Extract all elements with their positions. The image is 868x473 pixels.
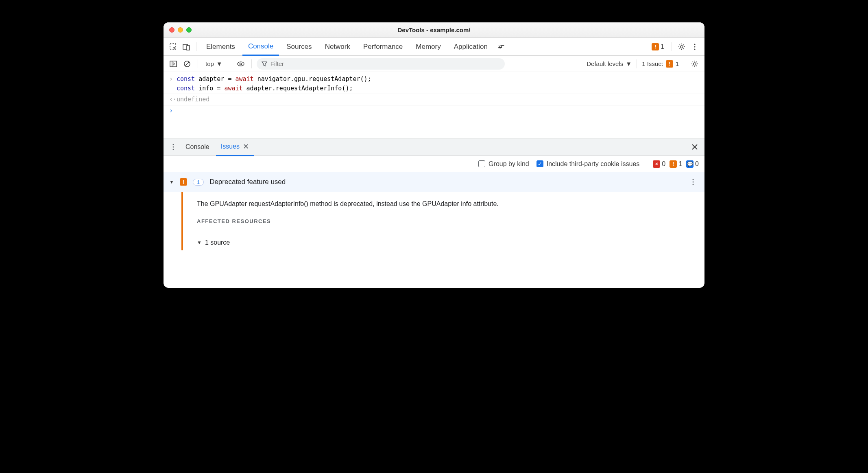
svg-line-11 [185,62,189,66]
top-issue-count: 1 [661,43,664,50]
live-expression-icon[interactable] [235,58,246,70]
info-badge-icon: 💬 [686,160,694,168]
top-issues-indicator[interactable]: ! 1 [652,43,664,50]
svg-point-15 [173,144,174,145]
console-code: const adapter = await navigator.gpu.requ… [177,74,371,93]
zoom-window-button[interactable] [186,27,192,33]
inspect-element-icon[interactable] [168,41,179,53]
devtools-window: DevTools - example.com/ Elements Console… [164,22,704,288]
tab-elements[interactable]: Elements [201,38,241,56]
svg-point-16 [173,147,174,148]
svg-point-13 [240,63,242,65]
chevron-down-icon: ▼ [626,60,632,67]
divider [672,42,672,51]
log-levels-selector[interactable]: Default levels ▼ [587,60,632,67]
issues-link[interactable]: 1 Issue: ! 1 [642,60,679,68]
console-input-row[interactable]: › const adapter = await navigator.gpu.re… [164,74,704,94]
triangle-down-icon[interactable]: ▼ [169,179,174,185]
console-settings-icon[interactable] [689,58,700,70]
source-count: 1 source [205,239,230,246]
levels-label: Default levels [587,60,623,67]
drawer-tab-console[interactable]: Console [181,138,214,156]
clear-console-icon[interactable] [181,58,193,70]
tab-network[interactable]: Network [319,38,356,56]
issue-count: 1 [676,60,679,67]
issue-message: The GPUAdapter requestAdapterInfo() meth… [197,200,499,208]
console-toolbar: top ▼ Default levels ▼ 1 Issue: ! 1 [164,56,704,72]
more-tabs-icon[interactable]: » [496,41,507,53]
divider [198,59,198,68]
issue-body: The GPUAdapter requestAdapterInfo() meth… [164,192,704,250]
divider [637,59,637,68]
error-count-value: 0 [662,160,665,168]
svg-rect-0 [170,44,176,49]
tab-performance[interactable]: Performance [358,38,408,56]
issue-category-row[interactable]: ▼ ! 1 Deprecated feature used [164,172,704,192]
svg-point-4 [680,46,683,48]
issue-count-pill: 1 [193,179,204,186]
close-drawer-icon[interactable] [689,141,700,153]
issue-counts: × 0 ! 1 💬 0 [647,160,699,168]
drawer-tab-issues[interactable]: Issues ✕ [216,138,254,156]
info-count-value: 0 [695,160,699,168]
tab-memory[interactable]: Memory [410,38,446,56]
console-messages: › const adapter = await navigator.gpu.re… [164,72,704,138]
main-tabstrip: Elements Console Sources Network Perform… [164,38,704,56]
divider [251,59,252,68]
affected-source-row[interactable]: ▼ 1 source [197,239,499,246]
issue-kebab-icon[interactable] [687,176,699,188]
console-prompt[interactable]: › [164,105,704,116]
close-tab-icon[interactable]: ✕ [243,142,249,151]
filter-icon [262,61,267,67]
triangle-right-icon[interactable]: ▼ [197,240,202,245]
filter-input[interactable] [270,60,500,67]
drawer-tab-label: Issues [221,143,240,150]
drawer-kebab-icon[interactable] [168,141,179,153]
kebab-menu-icon[interactable] [689,41,700,53]
warning-badge-icon: ! [652,43,659,50]
issue-title: Deprecated feature used [209,178,286,186]
divider [684,59,684,68]
svg-point-21 [693,182,694,183]
device-toolbar-icon[interactable] [181,41,192,53]
svg-point-7 [694,48,695,50]
divider [196,42,196,51]
include-third-party-checkbox[interactable]: ✓ Include third-party cookie issues [537,160,640,168]
console-output-row[interactable]: ‹· undefined [164,94,704,105]
drawer-tabstrip: Console Issues ✕ [164,138,704,156]
close-window-button[interactable] [169,27,174,33]
info-count[interactable]: 💬 0 [686,160,699,168]
error-count[interactable]: × 0 [653,160,665,168]
chevron-down-icon: ▼ [216,60,222,67]
warning-badge-icon: ! [180,178,187,186]
group-by-kind-checkbox[interactable]: Group by kind [478,160,529,168]
divider [230,59,230,68]
svg-point-17 [173,149,174,150]
execution-context-selector[interactable]: top ▼ [203,60,225,67]
tab-console[interactable]: Console [242,38,279,56]
svg-point-22 [693,184,694,185]
minimize-window-button[interactable] [178,27,183,33]
toggle-sidebar-icon[interactable] [168,58,179,70]
svg-rect-8 [170,61,177,67]
traffic-lights [169,27,192,33]
warning-count-value: 1 [678,160,682,168]
tab-sources[interactable]: Sources [281,38,317,56]
settings-icon[interactable] [676,41,687,53]
issues-label: 1 Issue: [642,60,663,67]
console-output: undefined [177,95,209,104]
input-chevron-icon: › [169,74,177,93]
svg-point-12 [238,62,244,66]
titlebar: DevTools - example.com/ [164,22,704,38]
warning-count[interactable]: ! 1 [670,160,682,168]
window-title: DevTools - example.com/ [398,26,471,33]
svg-text:»: » [498,42,502,50]
issues-toolbar: Group by kind ✓ Include third-party cook… [164,156,704,172]
error-badge-icon: × [653,160,660,168]
checkbox-unchecked-icon [478,160,485,167]
tab-application[interactable]: Application [448,38,493,56]
svg-point-14 [694,63,696,65]
group-label: Group by kind [489,160,529,168]
svg-rect-2 [187,46,190,50]
svg-point-6 [694,46,695,47]
